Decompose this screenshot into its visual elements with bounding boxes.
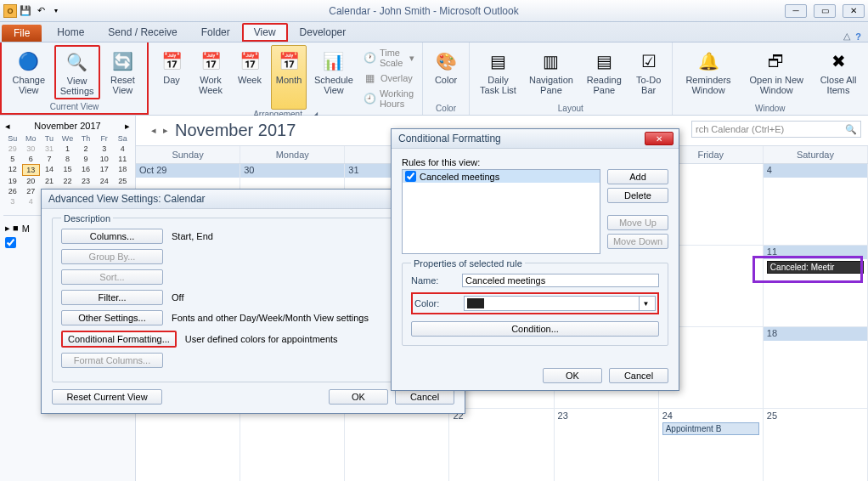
close-all-button[interactable]: ✖Close All Items xyxy=(814,45,863,98)
group-arrangement: 📅Day 📅Work Week 📅Week 📅Month 📊Schedule V… xyxy=(149,42,423,115)
reading-pane-icon: ▤ xyxy=(590,48,617,75)
add-rule-button[interactable]: Add xyxy=(607,169,668,184)
other-settings-button[interactable]: Other Settings... xyxy=(61,310,163,325)
quick-access-toolbar: O 💾 ↶ ▼ xyxy=(3,4,63,18)
next-icon[interactable]: ▸ xyxy=(163,125,168,136)
move-up-button[interactable]: Move Up xyxy=(607,215,668,230)
reminders-window-button[interactable]: 🔔Reminders Window xyxy=(678,45,740,98)
week-button[interactable]: 📅Week xyxy=(232,45,268,110)
color-select[interactable]: ▼ xyxy=(464,296,656,311)
fieldset-legend: Description xyxy=(61,213,113,224)
window-title: Calendar - John Smith - Microsoft Outloo… xyxy=(63,5,785,17)
columns-button[interactable]: Columns... xyxy=(61,229,163,244)
group-layout: ▤Daily Task List ▥Navigation Pane ▤Readi… xyxy=(470,42,673,115)
change-view-button[interactable]: 🔵Change View xyxy=(7,45,51,99)
month-button[interactable]: 📅Month xyxy=(271,45,307,110)
format-columns-button[interactable]: Format Columns... xyxy=(61,353,163,368)
day-cell[interactable]: 4 xyxy=(764,164,867,178)
work-week-icon: 📅 xyxy=(197,48,224,75)
open-new-window-button[interactable]: 🗗Open in New Window xyxy=(742,45,810,98)
day-cell[interactable]: Oct 29 xyxy=(136,164,240,178)
reading-pane-button[interactable]: ▤Reading Pane xyxy=(581,45,628,98)
dropdown-icon[interactable]: ▼ xyxy=(639,297,652,310)
columns-value: Start, End xyxy=(172,231,213,241)
ribbon-tabs: File Home Send / Receive Folder View Dev… xyxy=(0,22,868,42)
rules-listbox[interactable]: Canceled meetings xyxy=(402,169,600,254)
conditional-formatting-button[interactable]: Conditional Formatting... xyxy=(61,331,177,348)
time-scale-button[interactable]: 🕐Time Scale ▾ xyxy=(361,47,417,69)
filter-button[interactable]: Filter... xyxy=(61,290,163,305)
cancel-button[interactable]: Cancel xyxy=(395,389,454,405)
day-number[interactable]: 23 xyxy=(558,410,568,421)
cancel-button[interactable]: Cancel xyxy=(609,368,668,383)
day-number[interactable]: 24 xyxy=(662,410,673,421)
color-button[interactable]: 🎨Color xyxy=(428,45,464,88)
group-window: 🔔Reminders Window 🗗Open in New Window ✖C… xyxy=(673,42,868,115)
bell-icon: 🔔 xyxy=(695,48,722,75)
day-button[interactable]: 📅Day xyxy=(154,45,189,110)
tab-send-receive[interactable]: Send / Receive xyxy=(96,23,189,42)
clock-icon: 🕐 xyxy=(364,51,376,65)
day-cell[interactable]: 30 xyxy=(240,164,344,178)
help-icon[interactable]: ? xyxy=(855,31,861,42)
schedule-icon: 📊 xyxy=(320,48,347,75)
condition-button[interactable]: Condition... xyxy=(411,321,659,337)
todo-bar-button[interactable]: ☑To-Do Bar xyxy=(631,45,667,98)
navigation-pane-button[interactable]: ▥Navigation Pane xyxy=(525,45,578,98)
rule-checkbox[interactable] xyxy=(405,171,416,182)
nav-pane-icon: ▥ xyxy=(538,48,565,75)
overlay-button[interactable]: ▦Overlay xyxy=(361,71,417,86)
tab-folder[interactable]: Folder xyxy=(189,23,242,42)
reset-view-button[interactable]: 🔄Reset View xyxy=(104,45,142,99)
day-cell[interactable]: 18 xyxy=(764,327,867,341)
next-month-icon[interactable]: ▸ xyxy=(125,121,130,132)
color-icon: 🎨 xyxy=(432,48,459,75)
view-settings-button[interactable]: 🔍View Settings xyxy=(54,45,100,99)
undo-icon[interactable]: ↶ xyxy=(34,4,48,18)
conditional-formatting-dialog: Conditional Formatting ✕ Rules for this … xyxy=(391,128,679,391)
overlay-icon: ▦ xyxy=(364,71,377,85)
daily-task-list-button[interactable]: ▤Daily Task List xyxy=(475,45,521,98)
maximize-button[interactable]: ▭ xyxy=(814,4,836,18)
todo-icon: ☑ xyxy=(635,48,662,75)
titlebar: O 💾 ↶ ▼ Calendar - John Smith - Microsof… xyxy=(0,0,868,22)
tab-view[interactable]: View xyxy=(242,23,288,42)
appointment[interactable]: Appointment B xyxy=(662,422,759,435)
tab-developer[interactable]: Developer xyxy=(288,23,358,42)
ok-button[interactable]: OK xyxy=(543,368,602,383)
day-number[interactable]: 25 xyxy=(767,410,777,421)
task-list-icon: ▤ xyxy=(485,48,512,75)
week-icon: 📅 xyxy=(236,48,263,75)
save-icon[interactable]: 💾 xyxy=(19,4,32,18)
search-calendar-input[interactable]: rch Calendar (Ctrl+E)🔍 xyxy=(691,121,861,138)
calendar-title: November 2017 xyxy=(175,121,296,140)
group-by-button[interactable]: Group By... xyxy=(61,249,163,264)
ribbon-minimize-icon[interactable]: △ xyxy=(843,31,850,42)
reset-view-icon: 🔄 xyxy=(109,48,136,75)
minimize-button[interactable]: ─ xyxy=(785,4,807,18)
filter-value: Off xyxy=(172,292,183,303)
calendar-row: 22 23 24Appointment B 25 xyxy=(136,409,868,481)
delete-rule-button[interactable]: Delete xyxy=(607,188,668,203)
prev-month-icon[interactable]: ◂ xyxy=(5,121,10,132)
rule-item[interactable]: Canceled meetings xyxy=(403,170,600,183)
appointment-canceled[interactable]: Canceled: Meetir xyxy=(767,261,864,274)
calendar-checkbox[interactable] xyxy=(5,237,16,248)
working-hours-button[interactable]: 🕘Working Hours xyxy=(361,88,417,110)
rule-name-input[interactable] xyxy=(462,274,659,287)
rules-label: Rules for this view: xyxy=(402,157,668,167)
tab-file[interactable]: File xyxy=(2,25,42,42)
reset-current-view-button[interactable]: Reset Current View xyxy=(52,389,162,405)
dialog-close-button[interactable]: ✕ xyxy=(645,132,674,145)
ok-button[interactable]: OK xyxy=(329,389,388,405)
qat-dropdown-icon[interactable]: ▼ xyxy=(49,4,63,18)
close-button[interactable]: ✕ xyxy=(843,4,865,18)
day-cell[interactable]: 11 xyxy=(764,246,867,259)
work-week-button[interactable]: 📅Work Week xyxy=(193,45,228,110)
tab-home[interactable]: Home xyxy=(45,23,96,42)
prev-icon[interactable]: ◂ xyxy=(151,125,156,136)
move-down-button[interactable]: Move Down xyxy=(607,234,668,249)
schedule-view-button[interactable]: 📊Schedule View xyxy=(310,45,358,110)
sort-button[interactable]: Sort... xyxy=(61,269,163,285)
search-icon: 🔍 xyxy=(845,124,857,135)
